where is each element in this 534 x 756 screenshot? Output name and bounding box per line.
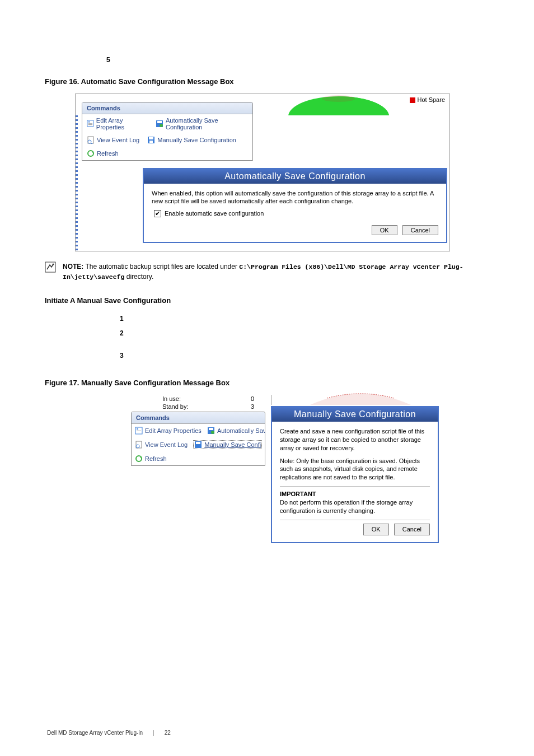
auto-save-config-link[interactable]: Automatically Save Configuration (156, 117, 248, 130)
auto-save-config-label: Automatically Save Configuration (166, 117, 248, 130)
manual-save-config-link-2[interactable]: Manually Save Confi (193, 440, 262, 449)
footer-separator: | (153, 730, 154, 736)
refresh-link-2[interactable]: Refresh (135, 455, 167, 463)
commands-panel: Commands Edit Array Properties Automatic… (82, 102, 253, 161)
properties-icon-2 (135, 427, 143, 435)
refresh-icon-2 (135, 455, 143, 463)
manual-save-steps: 1 2 3 (58, 315, 489, 362)
cancel-button[interactable]: Cancel (402, 225, 438, 235)
in-use-row: In use: 0 (162, 395, 265, 403)
page-footer: Dell MD Storage Array vCenter Plug-in | … (47, 730, 171, 736)
decorative-divider (271, 395, 271, 405)
standby-label: Stand by: (162, 403, 188, 410)
svg-point-24 (211, 431, 214, 434)
cancel-button-2[interactable]: Cancel (394, 524, 430, 535)
properties-icon (87, 120, 94, 128)
view-event-log-label: View Event Log (97, 137, 139, 143)
step-1-number: 1 (120, 315, 124, 323)
svg-rect-20 (137, 428, 138, 430)
svg-rect-14 (149, 137, 153, 139)
checkbox-icon[interactable]: ✔ (154, 210, 161, 217)
save-icon-2 (194, 441, 202, 449)
refresh-icon (87, 150, 95, 157)
view-event-log-link[interactable]: View Event Log (87, 136, 139, 144)
figure-16: Hot Spare Commands Edit Array Properties… (75, 94, 489, 251)
commands-header: Commands (82, 102, 252, 114)
auto-save-dialog: Automatically Save Configuration When en… (143, 168, 447, 243)
footer-page-number: 22 (165, 730, 171, 736)
edit-array-properties-link[interactable]: Edit Array Properties (87, 117, 148, 130)
step-5-number: 5 (106, 56, 110, 64)
svg-rect-6 (88, 124, 92, 125)
auto-save-dialog-description: When enabled, this option will automatic… (152, 189, 438, 206)
manual-save-config-label-2: Manually Save Confi (204, 441, 261, 448)
view-event-log-link-2[interactable]: View Event Log (135, 440, 188, 449)
svg-point-18 (53, 263, 54, 265)
commands-panel-2: Commands Edit Array Properties Automatic… (131, 412, 265, 466)
in-use-value: 0 (251, 395, 254, 402)
svg-rect-15 (149, 141, 153, 143)
view-event-log-label-2: View Event Log (145, 441, 188, 448)
pie-chart-fragment (283, 94, 395, 115)
pie-chart-fragment-2 (310, 393, 411, 405)
standby-value: 3 (251, 403, 254, 410)
ok-button-2[interactable]: OK (363, 524, 389, 535)
auto-save-config-link-2[interactable]: Automatically Save C (207, 427, 265, 435)
svg-rect-17 (45, 262, 55, 272)
save-icon (147, 136, 155, 144)
figure-16-caption: Figure 16. Automatic Save Configuration … (45, 77, 489, 86)
auto-save-icon (156, 120, 163, 128)
refresh-link[interactable]: Refresh (87, 150, 119, 157)
manual-save-dialog-p1: Create and save a new configuration scri… (280, 427, 430, 452)
manual-save-dialog: Manually Save Configuration Create and s… (271, 406, 439, 543)
svg-point-1 (322, 95, 355, 102)
auto-save-config-label-2: Automatically Save C (217, 427, 265, 434)
dialog-divider (280, 486, 430, 487)
footer-product: Dell MD Storage Array vCenter Plug-in (47, 730, 143, 736)
manual-save-dialog-p2: Note: Only the base configuration is sav… (280, 457, 430, 482)
in-use-label: In use: (162, 395, 181, 402)
svg-rect-23 (209, 428, 213, 430)
note-block: NOTE: The automatic backup script files … (45, 262, 489, 282)
hot-spare-label: Hot Spare (417, 96, 445, 103)
event-log-icon (87, 136, 95, 144)
svg-point-9 (160, 124, 163, 127)
svg-rect-8 (157, 121, 162, 123)
refresh-label-2: Refresh (145, 455, 167, 462)
auto-save-dialog-title: Automatically Save Configuration (144, 169, 446, 184)
enable-auto-save-checkbox-label: Enable automatic save configuration (165, 210, 264, 217)
important-label: IMPORTANT (280, 491, 316, 497)
manual-save-config-label: Manually Save Configuration (157, 137, 236, 143)
auto-save-icon-2 (207, 427, 215, 435)
svg-rect-21 (137, 431, 141, 431)
ok-button[interactable]: OK (372, 225, 397, 235)
note-icon (45, 262, 56, 273)
step-3-number: 3 (120, 352, 124, 360)
figure-17: In use: 0 Stand by: 3 Commands Edit Arra… (75, 395, 489, 612)
decorative-left-edge (76, 115, 78, 251)
dialog-divider-2 (280, 520, 430, 520)
figure-17-caption: Figure 17. Manually Save Configuration M… (45, 379, 489, 387)
hot-spare-swatch (410, 97, 415, 103)
note-text-before: The automatic backup script files are lo… (83, 263, 239, 270)
important-text: Do not perform this operation if the sto… (280, 498, 430, 515)
edit-array-properties-label: Edit Array Properties (96, 117, 148, 130)
note-text-after: directory. (124, 273, 153, 281)
svg-rect-28 (196, 442, 200, 444)
commands-header-2: Commands (132, 412, 265, 424)
hot-spare-legend: Hot Spare (410, 96, 445, 103)
manual-save-config-link[interactable]: Manually Save Configuration (147, 136, 236, 144)
note-label: NOTE: (63, 263, 83, 270)
edit-array-properties-link-2[interactable]: Edit Array Properties (135, 427, 202, 435)
enable-auto-save-checkbox-row[interactable]: ✔ Enable automatic save configuration (154, 210, 438, 217)
step-2-number: 2 (120, 329, 124, 337)
refresh-label: Refresh (97, 150, 119, 157)
svg-rect-4 (88, 122, 90, 123)
standby-row: Stand by: 3 (162, 403, 265, 410)
event-log-icon-2 (135, 441, 143, 449)
svg-rect-5 (88, 123, 92, 124)
manual-save-dialog-title: Manually Save Configuration (272, 407, 438, 422)
edit-array-properties-label-2: Edit Array Properties (145, 427, 202, 434)
manual-save-section-title: Initiate A Manual Save Configuration (45, 296, 489, 305)
